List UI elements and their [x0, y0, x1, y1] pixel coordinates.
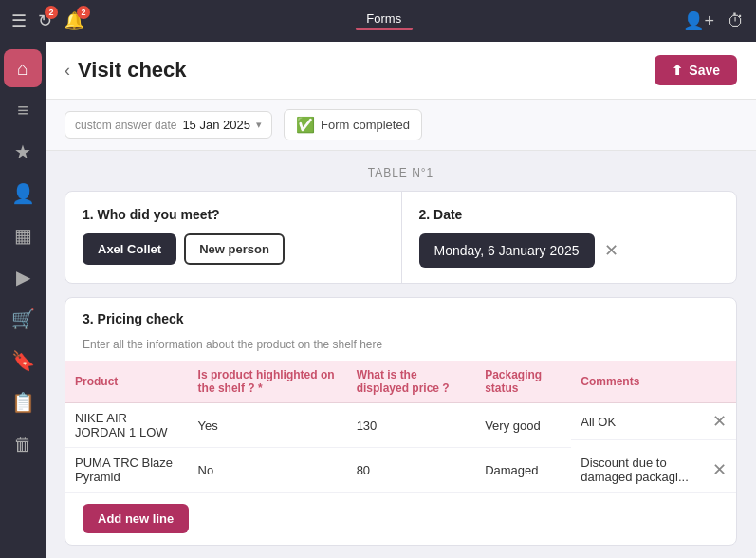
bell-badge: 2: [77, 6, 90, 19]
sidebar: ⌂ ≡ ★ 👤 ▦ ▶ 🛒 🔖 📋 🗑: [0, 42, 46, 558]
sidebar-item-bookmark[interactable]: 🔖: [4, 342, 42, 380]
sidebar-item-list[interactable]: ≡: [4, 91, 42, 129]
sidebar-item-star[interactable]: ★: [4, 133, 42, 171]
date-title: 2. Date: [419, 207, 720, 222]
topbar-center: Forms: [356, 11, 413, 30]
topbar: ☰ ↻ 2 🔔 2 Forms 👤+ ⏱: [0, 0, 756, 42]
sidebar-item-contacts[interactable]: 👤: [4, 175, 42, 213]
cell-highlighted: No: [189, 448, 347, 493]
pricing-table: Product Is product highlighted on the sh…: [65, 361, 736, 493]
date-row: Monday, 6 January 2025 ✕: [419, 233, 720, 268]
toolbar: custom answer date 15 Jan 2025 ▾ ✅ Form …: [46, 100, 756, 151]
page-header-left: ‹ Visit check: [65, 58, 187, 83]
col-product: Product: [65, 361, 189, 403]
bell-button[interactable]: 🔔 2: [64, 10, 84, 31]
topbar-left: ☰ ↻ 2 🔔 2: [11, 10, 84, 31]
pricing-subtitle: Enter all the information about the prod…: [83, 338, 719, 351]
check-icon: ✅: [296, 116, 315, 134]
who-choices: Axel Collet New person: [83, 233, 384, 265]
topbar-right: 👤+ ⏱: [683, 10, 745, 31]
sidebar-item-home[interactable]: ⌂: [4, 49, 42, 87]
col-price: What is the displayed price ?: [347, 361, 476, 403]
delete-row-button[interactable]: ✕: [712, 459, 727, 480]
cell-product: NIKE AIR JORDAN 1 LOW: [65, 403, 189, 448]
add-line-button[interactable]: Add new line: [83, 504, 189, 533]
clear-date-button[interactable]: ✕: [604, 242, 618, 259]
back-button[interactable]: ‹: [65, 61, 70, 81]
topbar-underline: [356, 28, 413, 30]
pricing-title: 3. Pricing check: [83, 311, 719, 326]
choice-new-person[interactable]: New person: [184, 233, 285, 265]
save-label: Save: [689, 63, 720, 78]
page-title: Visit check: [78, 58, 187, 83]
col-comments: Comments: [571, 361, 736, 403]
table-number: TABLE N°1: [65, 166, 737, 179]
col-highlighted: Is product highlighted on the shelf ? *: [189, 361, 347, 403]
who-title: 1. Who did you meet?: [83, 207, 384, 222]
col-status: Packaging status: [475, 361, 571, 403]
add-user-icon[interactable]: 👤+: [683, 10, 714, 31]
content-area: ‹ Visit check ⬆ Save custom answer date …: [46, 42, 756, 558]
save-icon: ⬆: [672, 63, 683, 78]
form-status-label: Form completed: [321, 118, 410, 132]
save-button[interactable]: ⬆ Save: [655, 55, 737, 85]
sidebar-item-trash[interactable]: 🗑: [4, 425, 42, 463]
cell-product: PUMA TRC Blaze Pyramid: [65, 448, 189, 493]
main-content: TABLE N°1 1. Who did you meet? Axel Coll…: [46, 151, 756, 558]
date-value: 15 Jan 2025: [182, 118, 250, 132]
date-section: 2. Date Monday, 6 January 2025 ✕: [401, 192, 737, 283]
sidebar-item-play[interactable]: ▶: [4, 258, 42, 296]
menu-icon[interactable]: ☰: [11, 10, 27, 31]
sidebar-item-forms[interactable]: 📋: [4, 383, 42, 421]
choice-axel-collet[interactable]: Axel Collet: [83, 233, 176, 265]
cell-price: 80: [347, 448, 476, 493]
cell-comments: Discount due to damaged packagi...✕: [571, 448, 736, 493]
selected-date[interactable]: Monday, 6 January 2025: [419, 233, 595, 268]
date-label: custom answer date: [75, 119, 176, 132]
pricing-card: 3. Pricing check Enter all the informati…: [65, 297, 737, 546]
cell-price: 130: [347, 403, 476, 448]
cell-comments: All OK✕: [571, 403, 736, 440]
delete-row-button[interactable]: ✕: [712, 411, 727, 432]
sync-button[interactable]: ↻ 2: [38, 10, 52, 31]
who-date-card: 1. Who did you meet? Axel Collet New per…: [65, 191, 737, 284]
table-row: NIKE AIR JORDAN 1 LOW Yes 130 Very good …: [65, 403, 736, 448]
topbar-title: Forms: [366, 11, 401, 26]
date-selector[interactable]: custom answer date 15 Jan 2025 ▾: [65, 111, 272, 139]
timer-icon[interactable]: ⏱: [728, 11, 745, 31]
pricing-header: 3. Pricing check Enter all the informati…: [65, 298, 736, 361]
chevron-down-icon: ▾: [256, 119, 262, 131]
main-layout: ⌂ ≡ ★ 👤 ▦ ▶ 🛒 🔖 📋 🗑 ‹ Visit check ⬆ Save…: [0, 42, 756, 558]
who-section: 1. Who did you meet? Axel Collet New per…: [65, 192, 401, 283]
form-status: ✅ Form completed: [284, 109, 422, 140]
sidebar-item-cart[interactable]: 🛒: [4, 300, 42, 338]
cell-status: Very good: [475, 403, 571, 448]
sidebar-item-grid[interactable]: ▦: [4, 216, 42, 254]
table-row: PUMA TRC Blaze Pyramid No 80 Damaged Dis…: [65, 448, 736, 493]
cell-highlighted: Yes: [189, 403, 347, 448]
sync-badge: 2: [45, 6, 58, 19]
page-header: ‹ Visit check ⬆ Save: [46, 42, 756, 100]
cell-status: Damaged: [475, 448, 571, 493]
